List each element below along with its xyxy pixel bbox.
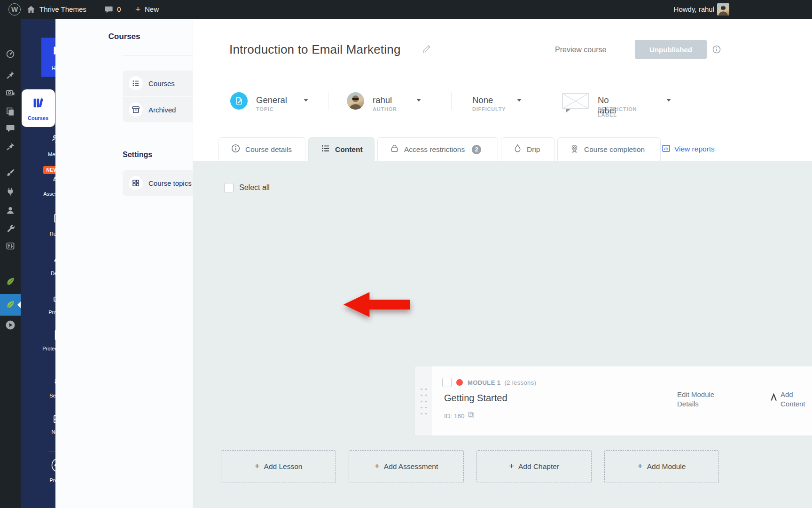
label-envelope-icon — [562, 93, 589, 115]
button-label: Add Assessment — [384, 462, 438, 471]
add-lesson-button[interactable]: + Add Lesson — [221, 450, 336, 483]
status-button[interactable]: Unpublished — [635, 40, 707, 59]
site-name-link[interactable]: Thrive Themes — [39, 0, 86, 19]
archive-icon — [129, 103, 143, 117]
tab-label: Course completion — [584, 145, 645, 154]
courses-subnav: Courses Courses Archived Settings — [55, 19, 193, 508]
settings-sliders-icon[interactable] — [6, 241, 15, 251]
plus-icon: + — [255, 461, 260, 471]
media-icon[interactable] — [6, 88, 15, 98]
tab-label: Access restrictions — [404, 145, 465, 154]
plugins-icon[interactable] — [6, 187, 15, 196]
restrictions-count-badge: 2 — [472, 145, 481, 154]
module-id-row: ID: 160 — [444, 412, 475, 420]
users-icon[interactable] — [6, 206, 15, 215]
tab-label: Course details — [245, 145, 292, 154]
appearance-brush-icon[interactable] — [6, 168, 15, 177]
restriction-label: RESTRICTION LABEL — [598, 106, 637, 118]
module-number: MODULE 1 — [468, 379, 500, 386]
module-card: MODULE 1(2 lessons) Getting Started ID: … — [415, 366, 812, 436]
select-all-checkbox[interactable] — [224, 183, 234, 192]
droplet-icon — [514, 144, 522, 155]
wp-admin-menu — [0, 19, 21, 508]
courses-books-icon — [31, 96, 46, 112]
annotation-arrow — [344, 292, 410, 317]
plus-icon: + — [638, 461, 643, 471]
module-checkbox[interactable] — [442, 378, 452, 387]
meta-divider — [451, 92, 452, 110]
howdy-account-link[interactable]: Howdy, rahul — [674, 0, 714, 19]
tab-label: Drip — [527, 145, 540, 154]
tab-course-details[interactable]: Course details — [219, 137, 305, 161]
tools-wrench-icon[interactable] — [6, 223, 15, 233]
module-kicker: MODULE 1(2 lessons) — [468, 379, 536, 386]
module-id: ID: 160 — [444, 413, 465, 420]
thrive-apprentice-leaf-icon — [5, 300, 16, 312]
comments-bubble-icon[interactable] — [104, 5, 114, 15]
posts-pin-icon[interactable] — [6, 71, 15, 80]
plus-icon: + — [509, 461, 514, 471]
topic-icon — [230, 92, 248, 110]
annotation-arrow-shape — [344, 292, 410, 317]
new-content-link[interactable]: New — [145, 0, 159, 19]
custom-post-pin-icon[interactable] — [6, 142, 15, 151]
active-item-wedge — [17, 302, 21, 308]
add-chapter-button[interactable]: + Add Chapter — [476, 450, 592, 483]
select-all-label: Select all — [239, 183, 270, 192]
copy-icon[interactable] — [468, 412, 475, 420]
difficulty-label: DIFFICULTY — [472, 106, 506, 112]
preview-course-link[interactable]: Preview course — [555, 46, 606, 54]
unpublished-status-dot — [456, 379, 463, 386]
video-play-icon[interactable] — [5, 320, 16, 330]
user-avatar[interactable] — [717, 3, 729, 16]
report-chart-icon — [662, 144, 671, 155]
tab-access-restrictions[interactable]: Access restrictions 2 — [377, 137, 498, 161]
subnav-item-label: Archived — [148, 97, 176, 122]
topic-value: General — [256, 95, 287, 105]
sidebar-item-courses[interactable]: Courses — [22, 89, 55, 127]
thrive-leaf-icon[interactable] — [5, 277, 16, 287]
new-plus-icon[interactable]: + — [135, 0, 141, 19]
view-reports-label: View reports — [674, 145, 715, 153]
subnav-title: Courses — [55, 32, 193, 41]
chevron-down-icon — [666, 99, 671, 102]
dashboard-icon[interactable] — [6, 49, 15, 59]
completion-medal-icon — [570, 144, 579, 155]
wordpress-logo[interactable]: W — [8, 3, 21, 16]
add-content-link[interactable]: Add Content — [781, 390, 812, 409]
add-assessment-button[interactable]: + Add Assessment — [349, 450, 464, 483]
module-lesson-count: (2 lessons) — [504, 379, 536, 386]
tab-label: Content — [335, 145, 363, 154]
sidebar-item-label: Courses — [21, 115, 55, 122]
add-module-button[interactable]: + Add Module — [604, 450, 719, 483]
chevron-down-icon — [304, 99, 308, 102]
thrive-apprentice-active-item[interactable] — [0, 294, 21, 316]
home-icon[interactable] — [26, 5, 36, 14]
meta-divider — [543, 92, 543, 110]
view-reports-link[interactable]: View reports — [662, 137, 715, 161]
drag-dots-icon — [419, 386, 428, 415]
author-avatar — [347, 92, 364, 110]
topic-label: TOPIC — [256, 106, 273, 112]
page-title: Introduction to Email Marketing — [229, 42, 401, 57]
list-icon — [129, 76, 143, 90]
info-icon — [231, 144, 240, 155]
module-title: Getting Started — [444, 393, 508, 404]
chevron-down-icon — [517, 99, 522, 102]
content-list-icon — [321, 144, 330, 155]
edit-title-pencil-icon[interactable] — [422, 43, 432, 56]
tab-drip[interactable]: Drip — [501, 137, 554, 161]
tab-content[interactable]: Content — [308, 137, 375, 161]
status-info-icon[interactable] — [712, 45, 721, 56]
grid-icon — [129, 176, 143, 190]
comments-count[interactable]: 0 — [117, 0, 121, 19]
edit-module-details-link[interactable]: Edit Module Details — [677, 390, 734, 409]
pages-icon[interactable] — [6, 107, 15, 116]
tab-course-completion[interactable]: Course completion — [557, 137, 661, 161]
apprentice-sidebar: Home Courses Members NEW Assessments — [21, 19, 55, 508]
lock-icon — [390, 144, 399, 155]
difficulty-value: None — [472, 95, 493, 105]
wp-admin-bar: W Thrive Themes 0 + New Howdy, rahul — [0, 0, 812, 19]
drag-handle[interactable] — [415, 366, 432, 436]
comments-icon[interactable] — [6, 124, 15, 133]
